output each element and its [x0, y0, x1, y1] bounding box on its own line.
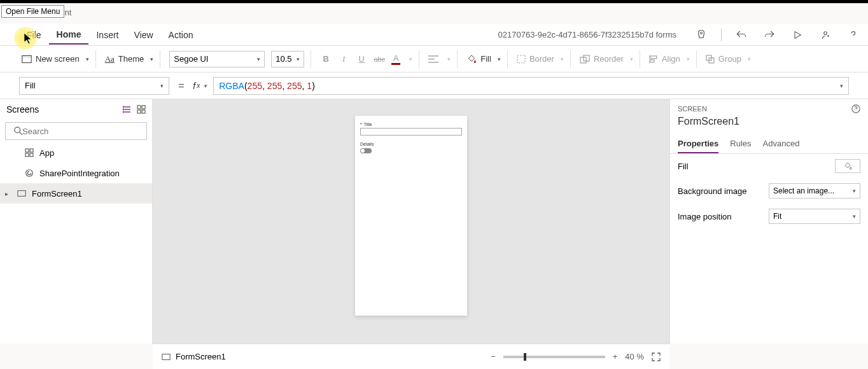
property-value: Fill [25, 81, 36, 90]
props-category: SCREEN [678, 105, 707, 113]
help-icon[interactable] [845, 27, 862, 43]
tree-title: Screens [6, 104, 39, 115]
form-title-input[interactable] [360, 128, 462, 136]
tree-item-label: App [39, 148, 54, 158]
tab-file[interactable]: File [19, 26, 49, 44]
prop-fill-swatch[interactable] [835, 159, 860, 173]
tree-item-label: SharePointIntegration [39, 169, 120, 178]
underline-button[interactable]: U [356, 54, 367, 64]
group-button[interactable]: Group▾ [706, 54, 751, 64]
svg-rect-32 [18, 191, 25, 197]
border-button[interactable]: Border▾ [517, 54, 564, 64]
fit-to-window-icon[interactable] [652, 352, 661, 361]
svg-rect-30 [30, 153, 33, 157]
property-select[interactable]: Fill▾ [19, 77, 169, 95]
zoom-slider[interactable] [503, 356, 605, 358]
canvas-area[interactable]: *Title Details [153, 99, 669, 344]
form-artboard[interactable]: *Title Details [355, 116, 467, 316]
undo-icon[interactable] [733, 27, 750, 43]
form-title-label: Title [364, 122, 372, 127]
props-tab-advanced[interactable]: Advanced [763, 135, 800, 153]
document-title: 02170763-9e2c-4d71-8656-7f3232515b7d for… [498, 30, 676, 39]
border-label: Border [529, 54, 554, 64]
status-screen-icon [162, 353, 171, 361]
tree-item-label: FormScreen1 [32, 189, 82, 198]
prop-bgimage-select[interactable]: Select an image...▾ [769, 183, 860, 198]
bold-button[interactable]: B [320, 54, 332, 64]
props-help-icon[interactable] [851, 104, 860, 113]
italic-button[interactable]: I [338, 54, 349, 64]
share-icon[interactable] [817, 27, 834, 43]
props-tab-properties[interactable]: Properties [678, 135, 718, 153]
app-checker-icon[interactable] [693, 27, 710, 43]
font-size-value: 10.5 [276, 54, 291, 64]
fill-label: Fill [480, 54, 491, 64]
tab-view[interactable]: View [126, 26, 160, 44]
form-details-toggle[interactable] [360, 148, 372, 153]
svg-rect-21 [137, 106, 141, 109]
svg-rect-23 [137, 110, 141, 113]
zoom-value: 40 [625, 352, 634, 361]
svg-point-0 [701, 32, 703, 34]
svg-point-25 [15, 127, 20, 133]
svg-rect-24 [142, 110, 145, 113]
formula-bar[interactable]: RGBA(255,255,255,1) ▾ [213, 77, 849, 95]
svg-rect-11 [650, 56, 657, 59]
text-align-button[interactable] [428, 55, 438, 64]
svg-point-1 [824, 31, 827, 34]
font-select[interactable]: Segoe UI▾ [169, 51, 265, 67]
prop-imgpos-select[interactable]: Fit▾ [769, 209, 860, 224]
fill-button[interactable]: Fill▾ [466, 54, 501, 64]
svg-rect-7 [517, 55, 525, 63]
reorder-button[interactable]: Reorder▾ [580, 54, 633, 64]
play-icon[interactable] [789, 27, 806, 43]
status-screen-name: FormScreen1 [176, 352, 226, 361]
tab-home[interactable]: Home [49, 25, 89, 45]
prop-imgpos-label: Image position [678, 212, 732, 221]
align-button[interactable]: Align▾ [649, 54, 690, 64]
equals-label: = [176, 80, 186, 92]
font-size-select[interactable]: 10.5▾ [271, 51, 304, 67]
svg-line-26 [20, 132, 22, 135]
app-icon [24, 148, 34, 157]
search-icon [14, 127, 23, 136]
formula-fn: RGBA [219, 81, 244, 91]
tree-item-sharepoint-integration[interactable]: SharePointIntegration [0, 163, 152, 183]
tree-item-app[interactable]: App [0, 143, 152, 163]
svg-rect-28 [30, 149, 33, 152]
svg-rect-27 [25, 149, 29, 152]
props-tab-rules[interactable]: Rules [730, 135, 751, 153]
zoom-in-button[interactable]: + [613, 352, 618, 361]
font-color-button[interactable]: A [391, 53, 400, 65]
font-value: Segoe UI [174, 54, 208, 64]
tab-insert[interactable]: Insert [88, 26, 126, 44]
svg-point-20 [123, 111, 123, 113]
svg-rect-3 [22, 55, 31, 57]
props-object-name: FormScreen1 [678, 116, 860, 127]
svg-rect-12 [650, 60, 654, 62]
tree-grid-view-icon[interactable] [137, 105, 146, 114]
strikethrough-button[interactable]: abc [374, 55, 385, 63]
svg-point-18 [123, 106, 123, 108]
new-screen-button[interactable]: New screen▾ [22, 54, 89, 64]
svg-point-19 [123, 109, 123, 110]
redo-icon[interactable] [761, 27, 778, 43]
new-screen-label: New screen [36, 54, 80, 64]
svg-rect-34 [162, 354, 170, 359]
reorder-label: Reorder [594, 54, 624, 64]
fx-icon[interactable]: fx▾ [193, 81, 207, 91]
tree-list-view-icon[interactable] [123, 105, 132, 114]
screen-icon [17, 190, 27, 197]
theme-button[interactable]: Aa Theme▾ [105, 54, 154, 64]
integration-icon [24, 169, 34, 178]
prop-fill-label: Fill [678, 162, 689, 171]
tree-item-formscreen1[interactable]: ▸ FormScreen1 [0, 183, 152, 204]
prop-bgimage-label: Background image [678, 186, 746, 196]
svg-rect-29 [25, 153, 29, 157]
group-label: Group [718, 54, 741, 64]
tree-search-input[interactable] [5, 122, 147, 140]
zoom-out-button[interactable]: − [491, 352, 496, 361]
file-menu-tooltip: Open File Menu [1, 5, 64, 18]
svg-rect-22 [142, 106, 145, 109]
tab-action[interactable]: Action [161, 26, 201, 44]
